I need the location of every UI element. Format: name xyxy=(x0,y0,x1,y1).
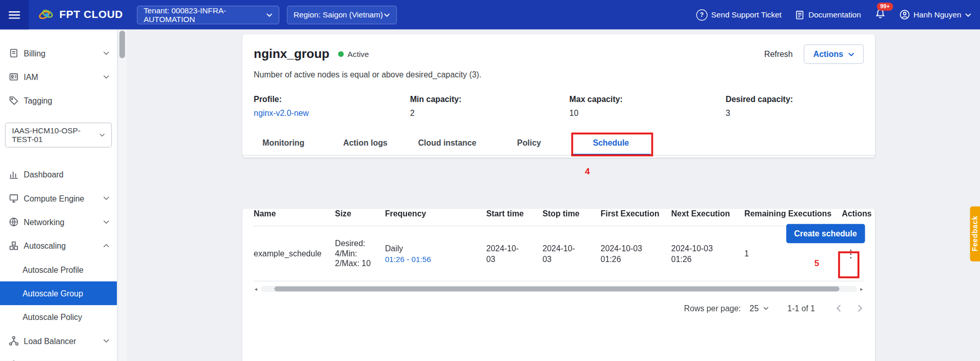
info-profile: Profile: nginx-v2.0-new xyxy=(254,94,410,117)
topbar: FPT CLOUD Tenant: 000823-INFRA-AUTOMATIO… xyxy=(0,0,980,29)
column-header-first-execution: First Execution xyxy=(601,209,671,218)
sidebar-item-autoscale-policy[interactable]: Autoscale Policy xyxy=(0,305,117,329)
hamburger-menu-icon[interactable] xyxy=(0,0,29,29)
sidebar-item-label: Container xyxy=(24,360,109,361)
topbar-right: ? Send Support Ticket Documentation 99+ … xyxy=(696,8,980,22)
sidebar-item-label: Compute Engine xyxy=(24,193,98,203)
profile-link[interactable]: nginx-v2.0-new xyxy=(254,108,410,117)
main-content: nginx_group Active Refresh Actions Numbe… xyxy=(126,29,980,360)
sidebar-item-autoscale-profile[interactable]: Autoscale Profile xyxy=(0,257,117,281)
tag-icon xyxy=(9,96,19,106)
info-desired-capacity: Desired capacity: 3 xyxy=(726,94,793,117)
documentation-link[interactable]: Documentation xyxy=(795,10,861,20)
previous-page-icon[interactable] xyxy=(836,305,842,312)
cell-first-execution: 2024-10-03 01:26 xyxy=(601,243,671,264)
chevron-up-icon xyxy=(103,244,109,248)
project-selector-value: IAAS-HCM10-OSP-TEST-01 xyxy=(12,126,99,144)
tenant-label: Tenant: 000823-INFRA-AUTOMATION xyxy=(144,6,266,24)
tab-cloud-instance[interactable]: Cloud instance xyxy=(406,130,488,155)
feedback-tab[interactable]: Feedback xyxy=(970,206,980,261)
sidebar-scrollbar-thumb[interactable] xyxy=(119,31,125,58)
sidebar-menu: Dashboard Compute Engine Networking Auto… xyxy=(0,163,117,361)
tab-policy[interactable]: Policy xyxy=(488,130,570,155)
caret-down-icon xyxy=(266,13,272,16)
scroll-right-icon[interactable]: ► xyxy=(860,287,864,291)
iam-icon xyxy=(9,72,19,82)
info-label: Desired capacity: xyxy=(726,94,793,104)
tenant-select[interactable]: Tenant: 000823-INFRA-AUTOMATION xyxy=(137,5,279,24)
tab-monitoring[interactable]: Monitoring xyxy=(242,130,324,155)
table-header: Name Size Frequency Start time Stop time… xyxy=(254,209,864,226)
sidebar-scrollbar[interactable] xyxy=(117,29,127,360)
info-label: Profile: xyxy=(254,94,410,104)
next-page-icon[interactable] xyxy=(858,305,863,312)
page-title: nginx_group xyxy=(254,47,330,61)
column-header-remaining-executions: Remaining Executions xyxy=(744,209,842,218)
cell-stop-time: 2024-10-03 xyxy=(542,243,600,264)
frequency-time-link[interactable]: 01:26 - 01:56 xyxy=(385,255,481,264)
caret-down-icon xyxy=(383,13,390,16)
actions-button-label: Actions xyxy=(813,49,843,58)
sidebar-item-label: Autoscale Policy xyxy=(23,312,109,322)
brand-text: FPT CLOUD xyxy=(59,8,123,21)
monitor-icon xyxy=(9,193,19,204)
scroll-left-icon[interactable]: ◄ xyxy=(254,287,258,291)
start-time-value: 2024-10-03 xyxy=(486,243,525,264)
pagination-range: 1-1 of 1 xyxy=(787,304,815,313)
pagination: Rows per page: 25 1-1 of 1 xyxy=(254,299,864,318)
info-label: Min capacity: xyxy=(410,94,569,104)
scrollbar-track[interactable] xyxy=(260,286,856,292)
sidebar-item-label: Tagging xyxy=(24,96,109,105)
question-icon: ? xyxy=(696,9,707,21)
stop-time-value: 2024-10-03 xyxy=(542,243,581,264)
autoscaling-icon xyxy=(9,240,19,251)
caret-down-icon xyxy=(848,52,854,56)
sidebar: Billing IAM Tagging IAAS-HCM10-OSP-TEST-… xyxy=(0,29,117,360)
rows-per-page-select[interactable]: 25 xyxy=(750,304,769,313)
caret-down-icon xyxy=(965,13,971,16)
avatar-icon xyxy=(899,9,910,20)
sidebar-item-networking[interactable]: Networking xyxy=(0,210,117,234)
group-description: Number of active nodes is equal or above… xyxy=(254,70,864,79)
sidebar-item-iam[interactable]: IAM xyxy=(0,65,117,89)
sidebar-item-dashboard[interactable]: Dashboard xyxy=(0,163,117,186)
region-label: Region: Saigon (Vietnam) xyxy=(294,10,383,19)
user-menu[interactable]: Hanh Nguyen xyxy=(899,9,971,20)
sidebar-item-container[interactable]: Container xyxy=(0,353,117,361)
globe-icon xyxy=(9,217,19,227)
caret-down-icon xyxy=(763,307,769,310)
caret-down-icon xyxy=(99,133,105,137)
sidebar-item-label: Autoscale Profile xyxy=(23,265,109,274)
sidebar-item-label: IAM xyxy=(24,72,98,82)
sidebar-item-tagging[interactable]: Tagging xyxy=(0,89,117,112)
column-header-frequency: Frequency xyxy=(385,209,486,218)
column-header-name: Name xyxy=(254,209,335,218)
sidebar-item-label: Autoscale Group xyxy=(23,289,109,298)
sidebar-item-load-balancer[interactable]: Load Balancer xyxy=(0,329,117,352)
column-header-next-execution: Next Execution xyxy=(671,209,745,218)
sidebar-item-autoscaling[interactable]: Autoscaling xyxy=(0,234,117,257)
first-execution-value: 2024-10-03 01:26 xyxy=(601,243,647,264)
tab-action-logs[interactable]: Action logs xyxy=(324,130,406,155)
chevron-down-icon xyxy=(103,339,109,343)
support-ticket-link[interactable]: ? Send Support Ticket xyxy=(696,9,782,21)
region-select[interactable]: Region: Saigon (Vietnam) xyxy=(287,5,397,24)
table-row: example_schedule Desired: 4/Min: 2/Max: … xyxy=(254,226,864,281)
tab-schedule[interactable]: Schedule xyxy=(570,130,652,155)
notifications-button[interactable]: 99+ xyxy=(875,8,886,22)
row-kebab-menu-icon[interactable]: ⋮ xyxy=(842,244,860,264)
actions-button[interactable]: Actions xyxy=(804,45,864,64)
column-header-actions: Actions xyxy=(842,209,875,218)
sidebar-item-autoscale-group[interactable]: Autoscale Group xyxy=(0,282,117,305)
project-selector[interactable]: IAAS-HCM10-OSP-TEST-01 xyxy=(5,123,112,148)
refresh-button[interactable]: Refresh xyxy=(764,49,793,58)
column-header-start-time: Start time xyxy=(486,209,543,218)
status-dot-icon xyxy=(338,51,344,57)
rows-per-page-value: 25 xyxy=(750,304,759,313)
create-schedule-button[interactable]: Create schedule xyxy=(786,224,865,244)
chevron-down-icon xyxy=(103,75,109,78)
sidebar-item-compute-engine[interactable]: Compute Engine xyxy=(0,186,117,210)
group-header-card: nginx_group Active Refresh Actions Numbe… xyxy=(242,34,875,157)
sidebar-item-billing[interactable]: Billing xyxy=(0,41,117,65)
scrollbar-thumb[interactable] xyxy=(274,286,839,291)
